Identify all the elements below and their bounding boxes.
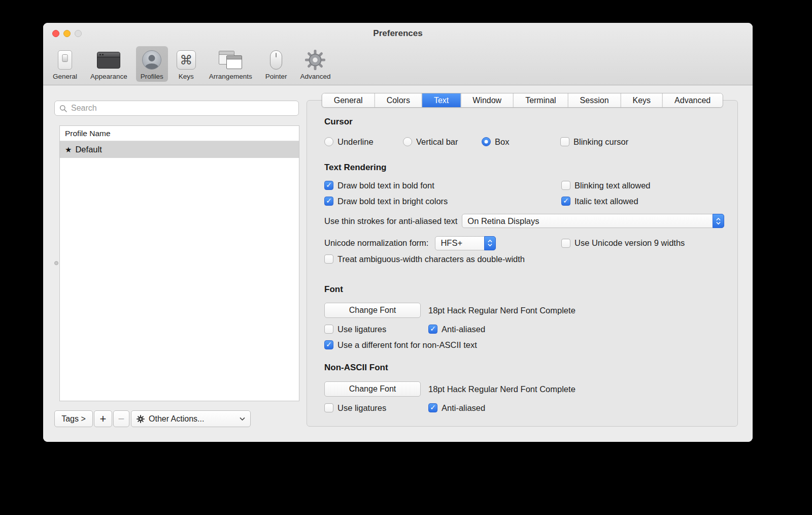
text-rendering-section-title: Text Rendering (324, 162, 724, 173)
tab-general[interactable]: General (322, 93, 375, 107)
zoom-button[interactable] (75, 30, 82, 37)
radio-vertical-bar[interactable]: Vertical bar (403, 137, 482, 147)
popup-updown-chevrons-icon (713, 214, 724, 228)
tab-colors[interactable]: Colors (375, 93, 422, 107)
checkbox-non-ascii-anti-aliased[interactable]: Anti-aliased (428, 403, 724, 413)
close-button[interactable] (52, 30, 59, 37)
window-title: Preferences (43, 23, 753, 44)
profile-list: Profile Name ★ Default (59, 125, 299, 401)
checkbox-ambiguous-width[interactable]: Treat ambiguous-width characters as doub… (324, 254, 525, 264)
toolbar: General Appearance Profiles ⌘ Keys (43, 44, 753, 85)
checkbox-draw-bold[interactable]: Draw bold text in bold font (324, 181, 561, 190)
unicode-form-popup[interactable]: HFS+ (435, 236, 496, 250)
radio-circle (482, 137, 491, 146)
star-icon: ★ (65, 145, 72, 154)
radio-circle (324, 137, 333, 146)
toolbar-item-keys[interactable]: ⌘ Keys (172, 46, 200, 82)
text-rendering-row-2: Draw bold text in bright colors Italic t… (324, 195, 724, 207)
checkbox-bright-colors[interactable]: Draw bold text in bright colors (324, 197, 561, 206)
add-profile-button[interactable]: + (94, 410, 112, 427)
toolbar-item-appearance[interactable]: Appearance (86, 46, 132, 82)
search-input[interactable] (55, 101, 298, 115)
tags-button[interactable]: Tags > (54, 410, 93, 427)
profile-row-default[interactable]: ★ Default (60, 141, 299, 158)
checkbox-box (324, 403, 333, 412)
appearance-icon (97, 52, 120, 69)
tab-window[interactable]: Window (460, 93, 513, 107)
traffic-lights (52, 30, 82, 37)
tab-session[interactable]: Session (568, 93, 621, 107)
checkbox-box (324, 254, 333, 264)
command-key-icon: ⌘ (177, 50, 196, 70)
radio-underline[interactable]: Underline (324, 137, 403, 147)
titlebar[interactable]: Preferences (43, 23, 753, 44)
checkbox-italic-text[interactable]: Italic text allowed (561, 197, 724, 206)
advanced-gear-icon (305, 50, 325, 70)
non-ascii-change-row: Change Font 18pt Hack Regular Nerd Font … (324, 381, 724, 397)
profile-actions-bar: Tags > + − Other Actions... (54, 410, 251, 427)
font-section-title: Font (324, 284, 724, 295)
toolbar-item-general[interactable]: General (48, 46, 82, 82)
pane-resize-handle[interactable] (54, 261, 58, 265)
checkbox-blinking-cursor[interactable]: Blinking cursor (560, 137, 724, 147)
checkbox-different-non-ascii-font[interactable]: Use a different font for non-ASCII text (324, 340, 477, 350)
general-icon (58, 50, 72, 70)
change-font-button[interactable]: Change Font (324, 303, 421, 318)
tab-text[interactable]: Text (422, 93, 460, 107)
checkbox-use-ligatures[interactable]: Use ligatures (324, 325, 428, 334)
toolbar-item-profiles[interactable]: Profiles (136, 46, 168, 82)
checkbox-unicode-v9[interactable]: Use Unicode version 9 widths (561, 238, 724, 248)
non-ascii-options-row: Use ligatures Anti-aliased (324, 402, 724, 414)
tab-advanced[interactable]: Advanced (662, 93, 722, 107)
checkbox-box (324, 181, 333, 190)
font-description: 18pt Hack Regular Nerd Font Complete (428, 306, 576, 315)
checkbox-box (324, 325, 333, 334)
non-ascii-font-section-title: Non-ASCII Font (324, 362, 724, 373)
pointer-mouse-icon (270, 50, 282, 70)
checkbox-box (560, 137, 569, 146)
ambiguous-width-row: Treat ambiguous-width characters as doub… (324, 253, 724, 265)
non-ascii-change-font-button[interactable]: Change Font (324, 381, 421, 397)
minimize-button[interactable] (63, 30, 71, 37)
main-area: Profile Name ★ Default Tags > + − (43, 85, 753, 442)
cursor-section-title: Cursor (324, 116, 724, 127)
toolbar-item-advanced[interactable]: Advanced (295, 46, 335, 82)
search-field (54, 101, 299, 116)
tab-keys[interactable]: Keys (621, 93, 663, 107)
other-actions-button[interactable]: Other Actions... (131, 410, 251, 427)
checkbox-box (561, 239, 570, 248)
checkbox-non-ascii-use-ligatures[interactable]: Use ligatures (324, 403, 428, 413)
thin-strokes-popup[interactable]: On Retina Displays (462, 214, 724, 228)
text-rendering-row-1: Draw bold text in bold font Blinking tex… (324, 179, 724, 191)
checkbox-anti-aliased[interactable]: Anti-aliased (428, 325, 724, 334)
arrangements-icon (219, 51, 242, 69)
profiles-icon (142, 50, 161, 70)
checkbox-blinking-text[interactable]: Blinking text allowed (561, 181, 724, 190)
toolbar-item-pointer[interactable]: Pointer (261, 46, 292, 82)
non-ascii-font-description: 18pt Hack Regular Nerd Font Complete (428, 384, 576, 394)
checkbox-box (561, 197, 570, 206)
profile-name: Default (75, 145, 101, 154)
toolbar-item-arrangements[interactable]: Arrangements (205, 46, 257, 82)
font-options-row: Use ligatures Anti-aliased (324, 323, 724, 335)
thin-strokes-row: Use thin strokes for anti-aliased text O… (324, 214, 724, 228)
checkbox-box (561, 181, 570, 190)
gear-icon (137, 415, 145, 423)
non-ascii-toggle-row: Use a different font for non-ASCII text (324, 339, 724, 351)
tab-terminal[interactable]: Terminal (513, 93, 567, 107)
unicode-form-label: Unicode normalization form: (324, 238, 428, 248)
radio-box[interactable]: Box (482, 137, 560, 147)
profile-settings-panel: General Colors Text Window Terminal Sess… (307, 100, 738, 427)
font-change-row: Change Font 18pt Hack Regular Nerd Font … (324, 303, 724, 318)
text-tab-content: Cursor Underline Vertical bar Box (307, 116, 737, 442)
radio-circle (403, 137, 412, 146)
thin-strokes-label: Use thin strokes for anti-aliased text (324, 216, 457, 226)
popup-updown-chevrons-icon (484, 236, 496, 250)
checkbox-box (428, 325, 437, 334)
remove-profile-button[interactable]: − (113, 410, 129, 427)
unicode-row: Unicode normalization form: HFS+ (324, 236, 724, 250)
checkbox-box (324, 340, 333, 349)
preferences-window: Preferences General Appearance Profiles (43, 23, 753, 442)
profile-tabs: General Colors Text Window Terminal Sess… (322, 93, 723, 108)
profile-list-header: Profile Name (60, 126, 299, 141)
